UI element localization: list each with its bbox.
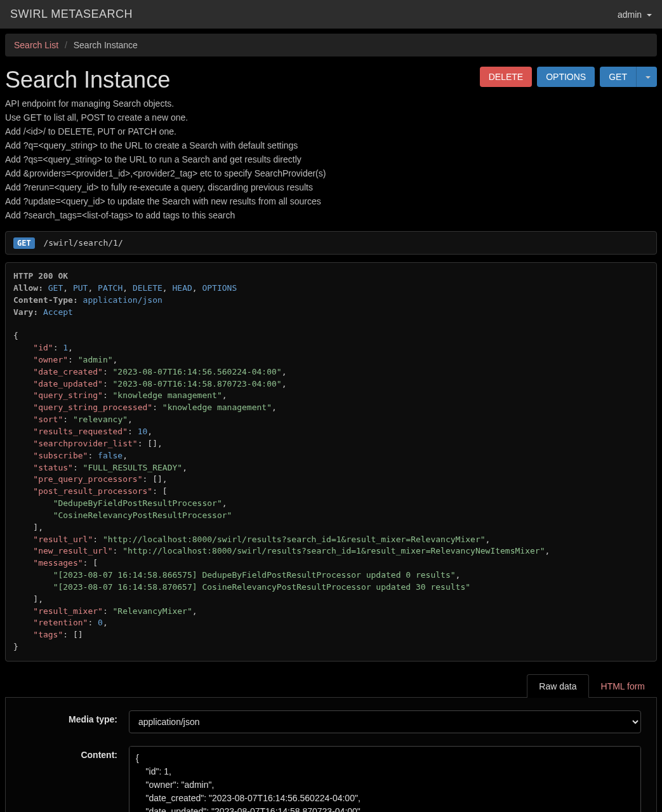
api-description: API endpoint for managing Search objects… [5,97,657,222]
get-button[interactable]: GET [600,67,636,87]
request-path: /swirl/search/1/ [44,238,123,248]
response-body: HTTP 200 OK Allow: GET, PUT, PATCH, DELE… [5,262,657,662]
action-buttons: DELETE OPTIONS GET [480,67,657,87]
page-title: Search Instance [5,67,170,93]
chevron-down-icon [647,14,652,17]
form-panel: Media type: application/json Content: PU… [5,697,657,812]
form-tabs: Raw data HTML form [5,674,657,698]
breadcrumb-search-list[interactable]: Search List [14,40,58,50]
request-info: GET /swirl/search/1/ [5,231,657,255]
breadcrumb-current: Search Instance [74,40,138,50]
description-line: API endpoint for managing Search objects… [5,97,657,110]
description-line: Add &providers=<provider1_id>,<provider2… [5,167,657,180]
description-line: Add ?search_tags=<list-of-tags> to add t… [5,209,657,222]
breadcrumb-separator: / [65,40,67,50]
tab-raw-data[interactable]: Raw data [527,674,588,698]
description-line: Use GET to list all, POST to create a ne… [5,111,657,124]
content-label: Content: [21,746,129,812]
description-line: Add ?rerun=<query_id> to fully re-execut… [5,181,657,194]
navbar: SWIRL METASEARCH admin [0,0,662,29]
media-type-select[interactable]: application/json [129,710,641,733]
get-dropdown-button[interactable] [636,67,657,87]
user-menu[interactable]: admin [618,10,652,20]
brand[interactable]: SWIRL METASEARCH [10,8,133,21]
options-button[interactable]: OPTIONS [537,67,595,87]
content-textarea[interactable] [129,746,641,812]
description-line: Add ?qs=<query_string> to the URL to run… [5,153,657,166]
http-method-badge: GET [13,237,35,249]
description-line: Add /<id>/ to DELETE, PUT or PATCH one. [5,125,657,138]
tab-html-form[interactable]: HTML form [589,674,657,698]
user-label: admin [618,10,642,20]
media-type-label: Media type: [21,710,129,733]
chevron-down-icon [645,76,651,79]
description-line: Add ?q=<query_string> to the URL to crea… [5,139,657,152]
description-line: Add ?update=<query_id> to update the Sea… [5,195,657,208]
delete-button[interactable]: DELETE [480,67,532,87]
breadcrumb: Search List / Search Instance [5,34,657,57]
